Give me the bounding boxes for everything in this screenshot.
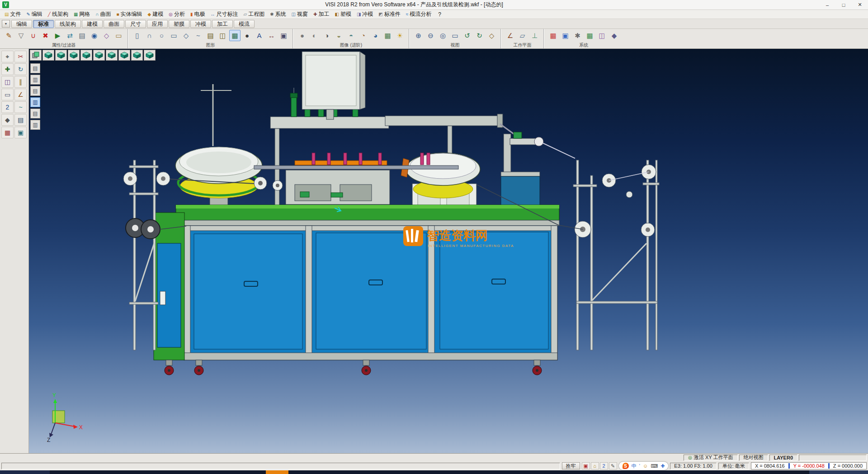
shade-hidden-icon[interactable]: ◒ — [333, 30, 344, 41]
half-shade-icon[interactable]: ◐ — [309, 30, 320, 41]
view-manager-button[interactable] — [30, 50, 42, 61]
menu-system[interactable]: ✱ 系统 — [267, 10, 288, 19]
ime-keyboard-icon[interactable]: ⌨ — [651, 464, 658, 469]
menu-mesh[interactable]: ▦ 网格 — [71, 10, 93, 19]
point-icon[interactable]: ● — [241, 30, 253, 41]
tab-surface[interactable]: 曲面 — [104, 20, 124, 28]
windows-taskbar[interactable] — [0, 470, 868, 474]
workplane-indicator[interactable]: ◎ 激活 XY 工作平面 — [684, 455, 737, 461]
tab-edit[interactable]: 编辑 — [11, 20, 32, 28]
rectangle-icon[interactable]: ▭ — [168, 30, 179, 41]
layer-filter-icon[interactable]: ▤ — [76, 30, 88, 41]
menu-solid-edit[interactable]: ■ 实体编辑 — [114, 10, 145, 19]
shade-quality-icon[interactable]: ◕ — [370, 30, 381, 41]
polygon-icon[interactable]: ◇ — [180, 30, 192, 41]
tab-wireframe[interactable]: 线架构 — [55, 20, 81, 28]
menu-edit[interactable]: ✎ 编辑 — [24, 10, 45, 19]
zoom-window-icon[interactable]: ▭ — [449, 30, 461, 41]
menu-drawing[interactable]: ▱ 工程图 — [241, 10, 268, 19]
block-icon[interactable]: ◫ — [217, 30, 228, 41]
tab-modeling[interactable]: 建模 — [82, 20, 103, 28]
tab-dimension[interactable]: 尺寸 — [125, 20, 146, 28]
rotate-icon[interactable]: ↻ — [14, 63, 27, 75]
move-icon[interactable]: ✚ — [1, 63, 14, 75]
grid-icon[interactable]: ▦ — [584, 30, 595, 41]
view-2d-icon[interactable]: 2 — [1, 101, 14, 113]
viewport-3d[interactable]: 智造资料网 INTELLIGENT MANUFACTURING DATA Y X… — [29, 49, 868, 453]
menu-dimension[interactable]: ↔ 尺寸标注 — [208, 10, 241, 19]
settings-icon[interactable]: ✱ — [572, 30, 583, 41]
view-dynamic-rotate-button[interactable] — [144, 50, 156, 61]
monitor-icon[interactable]: ▣ — [560, 30, 571, 41]
zoom-out-icon[interactable]: ⊖ — [425, 30, 436, 41]
mirror-icon[interactable]: ◫ — [1, 76, 14, 88]
shaded-icon[interactable]: ● — [297, 30, 308, 41]
clipboard-5-button[interactable]: ▤ — [30, 109, 40, 118]
tab-overflow-button[interactable]: ▼ — [2, 20, 10, 28]
tab-machining[interactable]: 加工 — [212, 20, 233, 28]
layout-icon[interactable]: ◫ — [596, 30, 608, 41]
menu-file[interactable]: ▤ 文件 — [2, 10, 24, 19]
curve-icon[interactable]: ~ — [14, 101, 27, 113]
menu-surface[interactable]: ∩ 曲面 — [93, 10, 113, 19]
palette-icon[interactable]: ▦ — [1, 127, 14, 138]
spline-icon[interactable]: ~ — [193, 30, 204, 41]
reference-icon[interactable]: ⌂ — [591, 462, 599, 469]
view-iso-button[interactable] — [42, 50, 54, 61]
zoom-fit-icon[interactable]: ◎ — [437, 30, 448, 41]
hatch-icon[interactable]: ▤ — [205, 30, 216, 41]
menu-modeling[interactable]: ◆ 建模 — [145, 10, 166, 19]
measure-icon[interactable]: ▭ — [1, 89, 14, 100]
view-left-button[interactable] — [80, 50, 92, 61]
color-grid-icon[interactable]: ▦ — [547, 30, 559, 41]
rotate-view-cw-icon[interactable]: ↻ — [474, 30, 485, 41]
menu-wireframe[interactable]: ╱ 线架构 — [45, 10, 71, 19]
visibility-icon[interactable]: ◉ — [89, 30, 100, 41]
ime-emoji-icon[interactable]: ☺ — [643, 464, 648, 469]
view-top-button[interactable] — [106, 50, 118, 61]
clipboard-1-button[interactable]: ▤ — [30, 63, 40, 73]
dimension-2-icon[interactable]: 2 — [600, 462, 608, 469]
offset-icon[interactable]: ∥ — [14, 76, 27, 88]
menu-help[interactable]: ? — [434, 10, 444, 19]
view-front-button[interactable] — [55, 50, 67, 61]
render-icon[interactable]: ☀ — [394, 30, 406, 41]
select-icon[interactable]: ⌖ — [1, 51, 14, 62]
menu-electrode[interactable]: ▮ 电极 — [188, 10, 208, 19]
clipboard-3-button[interactable]: ▤ — [30, 86, 40, 96]
delete-filter-icon[interactable]: ✖ — [40, 30, 51, 41]
ime-toolbox-icon[interactable]: ✚ — [660, 464, 665, 469]
edit-note-icon[interactable]: ✎ — [609, 462, 617, 469]
trim-icon[interactable]: ✂ — [14, 51, 27, 62]
ime-punctuation-button[interactable]: ’ — [639, 464, 640, 469]
menu-machining[interactable]: ✚ 加工 — [311, 10, 332, 19]
menu-mold[interactable]: ◧ 塑模 — [332, 10, 354, 19]
menu-window[interactable]: ◫ 视窗 — [289, 10, 311, 19]
clipboard-4-button[interactable]: ▥ — [30, 97, 40, 107]
layers-icon[interactable]: ▤ — [14, 114, 27, 126]
shade-transparent-icon[interactable]: ◓ — [345, 30, 357, 41]
view-mode-indicator[interactable]: 绝对视图 — [739, 455, 768, 461]
iso-view-icon[interactable]: ◇ — [486, 30, 497, 41]
shade-edges-icon[interactable]: ◑ — [321, 30, 332, 41]
select-filter-icon[interactable]: ◇ — [101, 30, 112, 41]
dimension-icon[interactable]: ↔ — [266, 30, 277, 41]
attributes-pencil-icon[interactable]: ✎ — [3, 30, 14, 41]
zoom-in-icon[interactable]: ⊕ — [413, 30, 424, 41]
line-icon[interactable]: ▯ — [132, 30, 143, 41]
layer-indicator[interactable]: LAYER0 — [769, 455, 797, 461]
perspective-icon[interactable]: ◆ — [609, 30, 620, 41]
ime-lang-toggle[interactable]: 中 — [632, 464, 637, 469]
mesh-icon[interactable]: ▦ — [229, 30, 241, 41]
menu-analysis[interactable]: ◎ 分析 — [166, 10, 188, 19]
arc-icon[interactable]: ∩ — [144, 30, 155, 41]
circle-icon[interactable]: ○ — [156, 30, 167, 41]
tab-moldflow[interactable]: 模流 — [234, 20, 255, 28]
angle-icon[interactable]: ∠ — [14, 89, 27, 100]
view-right-button[interactable] — [93, 50, 105, 61]
print-icon[interactable]: ▣ — [14, 127, 27, 138]
sogou-logo-icon[interactable]: S — [623, 463, 629, 469]
tab-application[interactable]: 应用 — [147, 20, 168, 28]
tab-die[interactable]: 冲模 — [190, 20, 211, 28]
menu-standard-parts[interactable]: ◩ 标准件 — [376, 10, 403, 19]
